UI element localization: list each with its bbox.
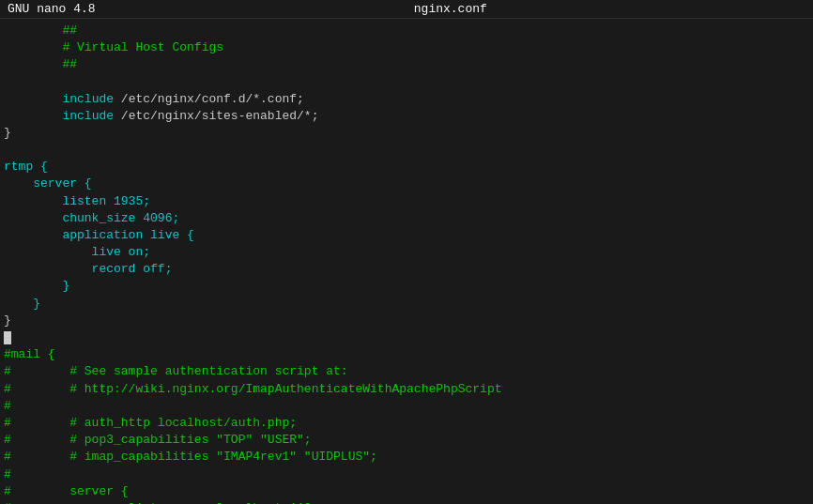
code-segment: } [4, 297, 40, 311]
editor-line: } [0, 278, 813, 295]
code-segment: live on; [4, 245, 150, 259]
editor-line: } [0, 313, 813, 329]
code-segment: ## [4, 23, 77, 38]
code-segment: application live { [4, 228, 194, 242]
editor-line: # [0, 466, 813, 483]
editor-line [0, 142, 813, 159]
editor-line: live on; [0, 244, 813, 261]
code-segment: /etc/nginx/conf.d/*.conf; [114, 92, 304, 106]
cursor [4, 331, 11, 344]
code-segment: /etc/nginx/sites-enabled/*; [114, 109, 318, 123]
editor-line: ## [0, 56, 813, 73]
editor-line: # # pop3_capabilities "TOP" "USER"; [0, 432, 813, 449]
editor-line: # [0, 398, 813, 415]
code-segment: server { [4, 176, 92, 191]
editor-content[interactable]: ## # Virtual Host Configs ## include /et… [0, 19, 813, 504]
code-segment: record off; [4, 262, 172, 276]
editor-line: } [0, 296, 813, 313]
code-segment: ## [4, 57, 77, 71]
editor-line [0, 329, 813, 346]
code-segment: include [62, 92, 114, 106]
editor-line: # # http://wiki.nginx.org/ImapAuthentica… [0, 381, 813, 398]
code-segment: # server { [4, 484, 129, 498]
code-segment [4, 109, 62, 123]
editor-line: # listen localhost:110; [0, 500, 813, 504]
code-segment: # # http://wiki.nginx.org/ImapAuthentica… [4, 382, 502, 396]
code-segment: # [4, 467, 11, 481]
editor-line: server { [0, 176, 813, 192]
editor-line: rtmp { [0, 159, 813, 176]
editor-line: # server { [0, 483, 813, 500]
code-segment: } [4, 126, 11, 140]
code-segment: rtmp { [4, 160, 48, 174]
editor-line: ## [0, 23, 813, 39]
code-segment: # # See sample authentication script at: [4, 364, 348, 378]
editor-line: listen 1935; [0, 193, 813, 210]
code-segment: listen 1935; [4, 194, 150, 208]
code-segment: } [4, 313, 11, 328]
editor-line: # # See sample authentication script at: [0, 363, 813, 380]
code-segment: # [4, 399, 11, 413]
code-segment: # # imap_capabilities "IMAP4rev1" "UIDPL… [4, 450, 377, 464]
editor-line [0, 74, 813, 91]
editor-line: application live { [0, 227, 813, 244]
app-name: GNU nano 4.8 [8, 2, 96, 16]
editor-line: # # auth_http localhost/auth.php; [0, 415, 813, 432]
editor-line: # Virtual Host Configs [0, 39, 813, 56]
editor-line: include /etc/nginx/conf.d/*.conf; [0, 91, 813, 108]
title-bar: GNU nano 4.8 nginx.conf [0, 0, 813, 19]
code-segment [4, 92, 62, 106]
editor-line: # # imap_capabilities "IMAP4rev1" "UIDPL… [0, 449, 813, 466]
code-segment: chunk_size 4096; [4, 211, 179, 225]
file-name: nginx.conf [414, 2, 487, 16]
code-segment: #mail { [4, 347, 55, 361]
editor-line: include /etc/nginx/sites-enabled/*; [0, 108, 813, 125]
editor-line: chunk_size 4096; [0, 210, 813, 227]
code-segment: # # auth_http localhost/auth.php; [4, 416, 297, 430]
code-segment: } [4, 279, 69, 293]
editor-line: } [0, 125, 813, 142]
code-segment: # Virtual Host Configs [4, 40, 223, 54]
editor-line: #mail { [0, 346, 813, 363]
terminal: GNU nano 4.8 nginx.conf ## # Virtual Hos… [0, 0, 813, 504]
editor-line: record off; [0, 261, 813, 278]
code-segment: include [62, 109, 114, 123]
code-segment: # # pop3_capabilities "TOP" "USER"; [4, 433, 312, 447]
